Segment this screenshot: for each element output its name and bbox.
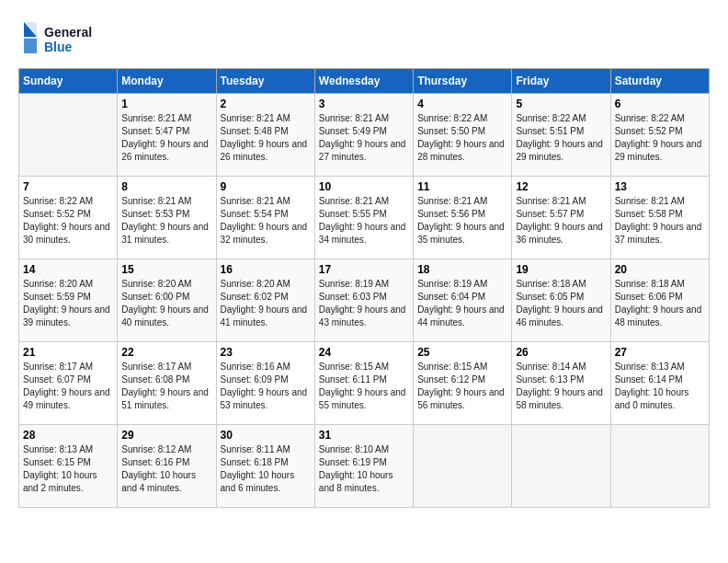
day-number: 22 — [121, 346, 211, 359]
logo: General Blue — [18, 18, 101, 59]
day-number: 23 — [221, 346, 311, 359]
svg-text:General: General — [44, 25, 92, 40]
day-info: Sunrise: 8:22 AMSunset: 5:52 PMDaylight:… — [615, 112, 705, 164]
day-info: Sunrise: 8:22 AMSunset: 5:51 PMDaylight:… — [516, 112, 606, 164]
calendar-cell: 14Sunrise: 8:20 AMSunset: 5:59 PMDayligh… — [19, 259, 118, 342]
calendar-week-row: 1Sunrise: 8:21 AMSunset: 5:47 PMDaylight… — [19, 94, 710, 177]
day-info: Sunrise: 8:21 AMSunset: 5:57 PMDaylight:… — [516, 195, 606, 247]
calendar-cell: 8Sunrise: 8:21 AMSunset: 5:53 PMDaylight… — [118, 177, 216, 259]
calendar-cell: 11Sunrise: 8:21 AMSunset: 5:56 PMDayligh… — [414, 177, 512, 259]
day-info: Sunrise: 8:22 AMSunset: 5:50 PMDaylight:… — [417, 112, 507, 164]
calendar-cell: 6Sunrise: 8:22 AMSunset: 5:52 PMDaylight… — [610, 94, 709, 177]
calendar-cell — [414, 425, 512, 508]
calendar-header-row: SundayMondayTuesdayWednesdayThursdayFrid… — [19, 69, 710, 94]
day-info: Sunrise: 8:21 AMSunset: 5:48 PMDaylight:… — [221, 112, 311, 164]
day-info: Sunrise: 8:18 AMSunset: 6:06 PMDaylight:… — [615, 278, 705, 329]
day-number: 29 — [121, 429, 211, 442]
day-number: 14 — [23, 263, 113, 276]
calendar-cell: 9Sunrise: 8:21 AMSunset: 5:54 PMDaylight… — [216, 177, 314, 259]
day-number: 28 — [23, 429, 113, 442]
day-info: Sunrise: 8:12 AMSunset: 6:16 PMDaylight:… — [121, 443, 211, 495]
weekday-header-tuesday: Tuesday — [216, 69, 314, 94]
day-info: Sunrise: 8:21 AMSunset: 5:54 PMDaylight:… — [221, 195, 311, 247]
svg-marker-4 — [24, 39, 37, 53]
day-number: 1 — [121, 98, 211, 110]
day-info: Sunrise: 8:17 AMSunset: 6:07 PMDaylight:… — [23, 361, 113, 412]
calendar-week-row: 21Sunrise: 8:17 AMSunset: 6:07 PMDayligh… — [19, 342, 710, 425]
calendar-cell: 1Sunrise: 8:21 AMSunset: 5:47 PMDaylight… — [118, 94, 216, 177]
calendar-cell: 20Sunrise: 8:18 AMSunset: 6:06 PMDayligh… — [610, 259, 709, 342]
day-number: 6 — [615, 98, 705, 110]
calendar-cell: 22Sunrise: 8:17 AMSunset: 6:08 PMDayligh… — [118, 342, 216, 425]
calendar-cell: 17Sunrise: 8:19 AMSunset: 6:03 PMDayligh… — [314, 259, 413, 342]
calendar-cell: 5Sunrise: 8:22 AMSunset: 5:51 PMDaylight… — [512, 94, 610, 177]
day-info: Sunrise: 8:19 AMSunset: 6:04 PMDaylight:… — [417, 278, 507, 329]
weekday-header-thursday: Thursday — [414, 69, 512, 94]
day-number: 13 — [615, 180, 705, 193]
weekday-header-friday: Friday — [512, 69, 610, 94]
day-number: 11 — [417, 180, 507, 193]
calendar-cell: 29Sunrise: 8:12 AMSunset: 6:16 PMDayligh… — [118, 425, 216, 508]
svg-text:Blue: Blue — [44, 40, 73, 54]
day-number: 21 — [23, 346, 113, 359]
calendar-cell: 19Sunrise: 8:18 AMSunset: 6:05 PMDayligh… — [512, 259, 610, 342]
calendar-cell: 31Sunrise: 8:10 AMSunset: 6:19 PMDayligh… — [314, 425, 413, 508]
weekday-header-monday: Monday — [118, 69, 216, 94]
calendar-cell: 27Sunrise: 8:13 AMSunset: 6:14 PMDayligh… — [610, 342, 709, 425]
day-info: Sunrise: 8:22 AMSunset: 5:52 PMDaylight:… — [23, 195, 113, 247]
day-info: Sunrise: 8:20 AMSunset: 6:02 PMDaylight:… — [221, 278, 311, 329]
day-info: Sunrise: 8:13 AMSunset: 6:14 PMDaylight:… — [615, 361, 705, 412]
day-info: Sunrise: 8:13 AMSunset: 6:15 PMDaylight:… — [23, 443, 113, 495]
day-number: 10 — [319, 180, 409, 193]
day-number: 31 — [319, 429, 409, 442]
day-info: Sunrise: 8:14 AMSunset: 6:13 PMDaylight:… — [516, 361, 606, 412]
day-number: 27 — [615, 346, 705, 359]
day-info: Sunrise: 8:21 AMSunset: 5:56 PMDaylight:… — [417, 195, 507, 247]
weekday-header-sunday: Sunday — [19, 69, 118, 94]
day-number: 25 — [417, 346, 507, 359]
calendar-cell: 23Sunrise: 8:16 AMSunset: 6:09 PMDayligh… — [216, 342, 314, 425]
day-number: 9 — [221, 180, 311, 193]
day-number: 4 — [417, 98, 507, 110]
day-number: 12 — [516, 180, 606, 193]
calendar-cell: 10Sunrise: 8:21 AMSunset: 5:55 PMDayligh… — [314, 177, 413, 259]
day-number: 3 — [319, 98, 409, 110]
day-info: Sunrise: 8:15 AMSunset: 6:12 PMDaylight:… — [417, 361, 507, 412]
calendar-cell — [19, 94, 118, 177]
day-number: 30 — [221, 429, 311, 442]
calendar-cell: 15Sunrise: 8:20 AMSunset: 6:00 PMDayligh… — [118, 259, 216, 342]
calendar-cell: 7Sunrise: 8:22 AMSunset: 5:52 PMDaylight… — [19, 177, 118, 259]
day-info: Sunrise: 8:21 AMSunset: 5:53 PMDaylight:… — [121, 195, 211, 247]
day-number: 15 — [121, 263, 211, 276]
calendar-cell: 18Sunrise: 8:19 AMSunset: 6:04 PMDayligh… — [414, 259, 512, 342]
day-info: Sunrise: 8:19 AMSunset: 6:03 PMDaylight:… — [319, 278, 409, 329]
day-info: Sunrise: 8:21 AMSunset: 5:47 PMDaylight:… — [121, 112, 211, 164]
day-info: Sunrise: 8:20 AMSunset: 6:00 PMDaylight:… — [121, 278, 211, 329]
day-number: 16 — [221, 263, 311, 276]
day-info: Sunrise: 8:16 AMSunset: 6:09 PMDaylight:… — [221, 361, 311, 412]
calendar-cell: 12Sunrise: 8:21 AMSunset: 5:57 PMDayligh… — [512, 177, 610, 259]
calendar-cell: 21Sunrise: 8:17 AMSunset: 6:07 PMDayligh… — [19, 342, 118, 425]
day-number: 19 — [516, 263, 606, 276]
day-number: 5 — [516, 98, 606, 110]
calendar-table: SundayMondayTuesdayWednesdayThursdayFrid… — [18, 68, 710, 508]
day-number: 18 — [417, 263, 507, 276]
calendar-week-row: 28Sunrise: 8:13 AMSunset: 6:15 PMDayligh… — [19, 425, 710, 508]
calendar-cell: 13Sunrise: 8:21 AMSunset: 5:58 PMDayligh… — [610, 177, 709, 259]
weekday-header-wednesday: Wednesday — [314, 69, 413, 94]
day-info: Sunrise: 8:10 AMSunset: 6:19 PMDaylight:… — [319, 443, 409, 495]
calendar-cell: 4Sunrise: 8:22 AMSunset: 5:50 PMDaylight… — [414, 94, 512, 177]
calendar-cell — [610, 425, 709, 508]
day-number: 17 — [319, 263, 409, 276]
day-info: Sunrise: 8:21 AMSunset: 5:49 PMDaylight:… — [319, 112, 409, 164]
calendar-cell: 2Sunrise: 8:21 AMSunset: 5:48 PMDaylight… — [216, 94, 314, 177]
calendar-cell: 3Sunrise: 8:21 AMSunset: 5:49 PMDaylight… — [314, 94, 413, 177]
day-info: Sunrise: 8:20 AMSunset: 5:59 PMDaylight:… — [23, 278, 113, 329]
calendar-cell: 16Sunrise: 8:20 AMSunset: 6:02 PMDayligh… — [216, 259, 314, 342]
day-number: 2 — [221, 98, 311, 110]
day-number: 8 — [121, 180, 211, 193]
day-number: 7 — [23, 180, 113, 193]
calendar-week-row: 14Sunrise: 8:20 AMSunset: 5:59 PMDayligh… — [19, 259, 710, 342]
day-info: Sunrise: 8:18 AMSunset: 6:05 PMDaylight:… — [516, 278, 606, 329]
calendar-cell: 28Sunrise: 8:13 AMSunset: 6:15 PMDayligh… — [19, 425, 118, 508]
